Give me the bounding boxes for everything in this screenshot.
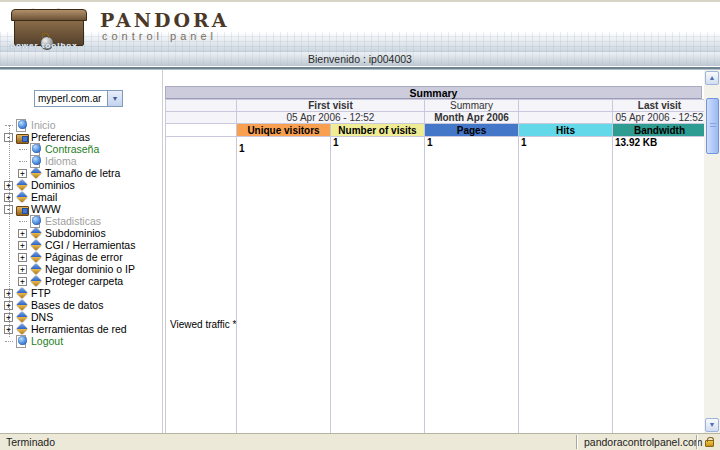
tree-connector [4,121,16,130]
summary-visit-label-row: First visit Summary Last visit [166,100,705,112]
column-header: Pages [425,124,519,137]
globe-icon [30,155,42,167]
plus-toggle-icon[interactable]: + [18,229,27,238]
value-cell: 1(1 visits/visitor) [331,137,425,434]
package-icon [30,227,42,239]
plus-toggle-icon[interactable]: + [18,241,27,250]
summary-mid-label: Summary [425,100,519,112]
plus-toggle-icon[interactable]: + [18,253,27,262]
globe-icon [16,335,28,347]
sidebar-item-inicio[interactable]: Inicio [2,119,162,131]
package-icon [30,251,42,263]
sidebar: myperl.com.ar ▼ Inicio-PreferenciasContr… [0,70,163,433]
vertical-scrollbar[interactable]: ▲ ▼ [704,70,720,433]
sidebar-item-ftp[interactable]: +FTP [2,287,162,299]
sidebar-item-email[interactable]: +Email [2,191,162,203]
first-visit-value: 05 Apr 2006 - 12:52 [237,112,425,124]
summary-month-label: Month Apr 2006 [425,112,519,124]
package-icon [16,287,28,299]
content: Summary First visit Summary Last visit 0… [163,70,704,433]
viewed-traffic-label: Viewed traffic * [166,137,237,434]
status-bar: Terminado pandoracontrolpanel.com [0,433,720,450]
summary-column-header-row: Unique visitorsNumber of visitsPagesHits… [166,124,705,137]
scroll-down-icon[interactable]: ▼ [705,418,719,432]
chevron-down-icon[interactable]: ▼ [107,91,122,106]
sidebar-item-negar-dominio-o-ip[interactable]: +Negar dominio o IP [2,263,162,275]
sidebar-item-subdominios[interactable]: +Subdominios [2,227,162,239]
sidebar-item-label: Subdominios [45,227,106,239]
sidebar-item-tamano-de-letra[interactable]: +Tamaño de letra [2,167,162,179]
package-icon [30,275,42,287]
sidebar-item-cgi-herramientas[interactable]: +CGI / Herramientas [2,239,162,251]
sidebar-item-label: WWW [31,203,61,215]
value-cell: 1 [237,137,331,434]
sidebar-item-dominios[interactable]: +Dominios [2,179,162,191]
plus-toggle-icon[interactable]: + [18,277,27,286]
sidebar-item-label: Idioma [45,155,77,167]
value-cell: 1(1 hits/visit) [519,137,613,434]
tree-connector [18,157,30,166]
column-header: Number of visits [331,124,425,137]
sidebar-item-label: Herramientas de red [31,323,127,335]
sidebar-item-bases-de-datos[interactable]: +Bases de datos [2,299,162,311]
sidebar-item-label: Bases de datos [31,299,103,311]
package-icon [16,299,28,311]
scroll-up-icon[interactable]: ▲ [705,71,719,85]
sidebar-item-label: DNS [31,311,53,323]
plus-toggle-icon[interactable]: + [18,169,27,178]
sidebar-item-label: Logout [31,335,63,347]
column-header: Hits [519,124,613,137]
sidebar-tree: Inicio-PreferenciasContraseñaIdioma+Tama… [2,119,162,347]
first-visit-label: First visit [237,100,425,112]
sidebar-item-label: Email [31,191,57,203]
lock-icon [705,440,714,447]
welcome-bar: Bienvenido : ip004003 [0,52,720,66]
globe-icon [30,215,42,227]
brand: PANDORA control panel [100,9,230,42]
sidebar-item-label: Páginas de error [45,251,123,263]
package-icon [30,263,42,275]
tree-connector-line [9,125,10,337]
domain-select-value: myperl.com.ar [35,91,107,106]
summary-table: First visit Summary Last visit 05 Apr 20… [165,99,704,433]
globe-icon [30,143,42,155]
domain-select[interactable]: myperl.com.ar ▼ [34,90,123,107]
tagline: power toolbox [10,41,78,50]
sidebar-item-proteger-carpeta[interactable]: +Proteger carpeta [2,275,162,287]
package-icon [16,179,28,191]
last-visit-label: Last visit [613,100,705,112]
sidebar-item-www[interactable]: -WWW [2,203,162,215]
package-icon [16,311,28,323]
sidebar-item-contrasena[interactable]: Contraseña [2,143,162,155]
sidebar-item-label: Dominios [31,179,75,191]
tree-connector [4,337,16,346]
tools-icon [16,131,28,143]
value-cell: 1(1 pages/visit) [425,137,519,434]
sidebar-item-dns[interactable]: +DNS [2,311,162,323]
sidebar-item-idioma[interactable]: Idioma [2,155,162,167]
package-icon [30,167,42,179]
column-header: Unique visitors [237,124,331,137]
sidebar-item-label: Proteger carpeta [45,275,123,287]
last-visit-value: 05 Apr 2006 - 12:52 [613,112,705,124]
plus-toggle-icon[interactable]: + [18,265,27,274]
sidebar-item-herramientas-de-red[interactable]: +Herramientas de red [2,323,162,335]
scrollbar-thumb[interactable] [706,98,719,154]
sidebar-item-logout[interactable]: Logout [2,335,162,347]
header: PANDORA control panel power toolbox [0,2,720,52]
sidebar-item-preferencias[interactable]: -Preferencias [2,131,162,143]
status-domain: pandoracontrolpanel.com [578,434,696,450]
sidebar-item-paginas-de-error[interactable]: +Páginas de error [2,251,162,263]
package-icon [16,191,28,203]
column-header: Bandwidth [613,124,705,137]
tree-connector [18,217,30,226]
sidebar-item-label: CGI / Herramientas [45,239,135,251]
summary-visit-value-row: 05 Apr 2006 - 12:52 Month Apr 2006 05 Ap… [166,112,705,124]
sidebar-item-estadisticas[interactable]: Estadisticas [2,215,162,227]
security-zone [698,434,720,450]
sidebar-item-label: Contraseña [45,143,99,155]
brand-subtitle: control panel [100,30,230,42]
value-cell: 13.92 KB(13.92 KB/visit) [613,137,705,434]
summary-panel-title: Summary [165,86,702,99]
package-icon [16,323,28,335]
